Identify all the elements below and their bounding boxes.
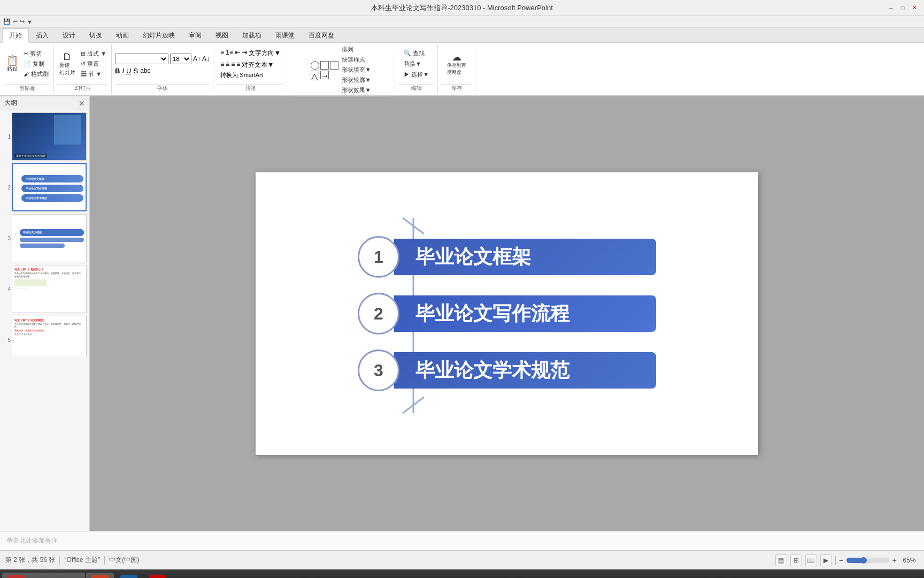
tab-transitions[interactable]: 切换 (82, 28, 109, 42)
thumb4-content: 论文（设计）包括什么？ 毕业论文写作流程分为以下几个阶段：选题阶段、开题报告、论… (12, 265, 86, 313)
close-button[interactable]: ✕ (909, 3, 920, 13)
view-slideshow-button[interactable]: ▶ (820, 554, 832, 566)
shape-oval[interactable] (311, 61, 319, 70)
cut-button[interactable]: ✂ 剪切 (22, 49, 50, 58)
shadow-button[interactable]: abc (140, 67, 150, 74)
tab-insert[interactable]: 插入 (29, 28, 56, 42)
tab-yuketang[interactable]: 雨课堂 (268, 28, 302, 42)
tab-slideshow[interactable]: 幻灯片放映 (136, 28, 182, 42)
slide-thumb-3[interactable]: 毕业论文文框架 (12, 214, 87, 262)
shape-triangle[interactable]: △ (311, 71, 319, 79)
outline-close-button[interactable]: ✕ (79, 99, 85, 108)
thumb3-bar2 (20, 244, 65, 248)
tab-review[interactable]: 审阅 (182, 28, 209, 42)
text-direction-button[interactable]: 文字方向▼ (249, 49, 281, 58)
tab-view[interactable]: 视图 (209, 28, 235, 42)
indent-decrease-button[interactable]: ⇤ (235, 49, 240, 58)
align-right-button[interactable]: ≡ (231, 60, 235, 70)
replace-button[interactable]: 替换▼ (402, 59, 423, 69)
tab-addins[interactable]: 加载项 (235, 28, 268, 42)
minimize-button[interactable]: ─ (886, 3, 896, 13)
align-justify-button[interactable]: ≡ (236, 60, 240, 70)
quick-styles-button[interactable]: 快速样式 (340, 55, 373, 64)
quick-access-dropdown[interactable]: ▼ (27, 19, 33, 25)
paragraph-buttons: ≡ 1≡ ⇤ ⇥ 文字方向▼ ≡ ≡ ≡ ≡ 对齐文本▼ 转换为 SmartAr… (220, 45, 281, 83)
thumb5-content: 论文（设计）论文的特点 在论文写作过程中需要注意以下几点：学术规范性、创新性、逻… (12, 316, 86, 356)
underline-button[interactable]: U (126, 67, 131, 75)
undo-icon[interactable]: ↩ (13, 18, 18, 25)
clipboard-label: 剪贴板 (4, 84, 50, 93)
tab-animations[interactable]: 动画 (109, 28, 136, 42)
slide-thumb-wrapper-1: 1 本科生毕业论文写作指导 (2, 112, 87, 161)
outline-button[interactable]: 形状轮廓▼ (340, 75, 373, 85)
slide-thumb-4[interactable]: 论文（设计）包括什么？ 毕业论文写作流程分为以下几个阶段：选题阶段、开题报告、论… (12, 265, 87, 313)
copy-button[interactable]: 📄 复制 (22, 59, 50, 69)
building-thumb (54, 115, 81, 144)
bullets-button[interactable]: ≡ (220, 49, 224, 58)
arrange-button[interactable]: 排列 (340, 45, 373, 54)
taskbar-screen-share[interactable]: 📸 朗朗闪闪的屏幕共享 (2, 573, 85, 578)
notes-area[interactable]: 单击此处添加备注 (0, 531, 924, 550)
shape-arrow[interactable]: → (320, 71, 329, 79)
slide-thumb-2[interactable]: 毕业论文文框架 毕业论文写作流程 毕业论文学术规范 (12, 163, 87, 211)
item-bar-1: 毕业论文框架 (394, 239, 656, 275)
indent-increase-button[interactable]: ⇥ (242, 49, 247, 58)
slide-info: 第 2 张，共 56 张 (5, 556, 55, 565)
font-size-select[interactable]: 18 (170, 54, 191, 64)
slide-thumb-1[interactable]: 本科生毕业论文写作指导 (12, 112, 87, 161)
font-family-select[interactable] (115, 54, 168, 64)
view-reading-button[interactable]: 📖 (805, 554, 817, 566)
numbering-button[interactable]: 1≡ (226, 49, 233, 58)
section-button[interactable]: ☰ 节 ▼ (79, 70, 108, 79)
save-icon[interactable]: 💾 (3, 18, 11, 25)
font-grow-button[interactable]: A↑ (193, 55, 201, 63)
tab-design[interactable]: 设计 (56, 28, 82, 42)
status-sep-3 (835, 556, 836, 565)
thumb3-title-bar: 毕业论文文框架 (20, 229, 84, 236)
convert-smartart-button[interactable]: 转换为 SmartArt (220, 71, 263, 79)
slide-thumb-5[interactable]: 论文（设计）论文的特点 在论文写作过程中需要注意以下几点：学术规范性、创新性、逻… (12, 316, 87, 356)
item-label-1: 毕业论文框架 (415, 244, 531, 270)
zoom-out-button[interactable]: − (839, 556, 843, 565)
font-shrink-button[interactable]: A↓ (202, 55, 210, 63)
layout-button[interactable]: ⊞ 版式 ▼ (79, 49, 108, 58)
taskbar-acrobat[interactable]: A (144, 573, 172, 578)
zoom-in-button[interactable]: + (892, 556, 897, 565)
find-button[interactable]: 🔍 查找 (402, 49, 426, 58)
italic-button[interactable]: I (122, 67, 124, 75)
select-button[interactable]: ▶ 选择▼ (402, 70, 430, 79)
slide-number-4: 4 (2, 286, 11, 292)
view-normal-button[interactable]: ▤ (775, 554, 787, 566)
format-painter-button[interactable]: 🖌 格式刷 (22, 70, 50, 79)
align-center-button[interactable]: ≡ (226, 60, 229, 70)
view-sorter-button[interactable]: ⊞ (790, 554, 802, 566)
status-sep-1 (59, 556, 60, 565)
taskbar-powerpoint[interactable]: P (86, 573, 114, 578)
fill-button[interactable]: 形状填充▼ (340, 65, 373, 74)
slide-thumbnails[interactable]: 1 本科生毕业论文写作指导 2 毕业论文文框架 (0, 110, 89, 356)
zoom-slider[interactable] (846, 558, 889, 563)
paste-button[interactable]: 📋 粘贴 (4, 55, 20, 74)
zoom-level[interactable]: 65% (900, 557, 919, 564)
thumb2-bar2: 毕业论文写作流程 (21, 185, 83, 192)
maximize-button[interactable]: □ (897, 3, 908, 13)
effects-button[interactable]: 形状效果▼ (340, 86, 373, 95)
reset-button[interactable]: ↺ 重置 (79, 59, 108, 69)
slide-canvas[interactable]: 1 毕业论文框架 2 毕业论文写作流程 (256, 172, 758, 455)
align-text-button[interactable]: 对齐文本▼ (242, 60, 274, 70)
new-slide-button[interactable]: 🗋 新建幻灯片 (57, 51, 78, 78)
bold-button[interactable]: B (115, 67, 120, 75)
taskbar-word[interactable]: W (115, 573, 143, 578)
save-baidu-button[interactable]: ☁ 保存到百度网盘 (445, 51, 468, 77)
slide-panel: 大纲 ✕ 1 本科生毕业论文写作指导 2 (0, 96, 90, 531)
shape-rect[interactable] (320, 61, 329, 70)
redo-icon[interactable]: ↪ (20, 18, 25, 25)
tab-baidu[interactable]: 百度网盘 (302, 28, 341, 42)
ribbon-group-edit: 🔍 查找 替换▼ ▶ 选择▼ 编辑 (395, 44, 438, 94)
shape-more[interactable] (330, 61, 338, 70)
theme-info: "Office 主题" (64, 556, 100, 565)
tab-home[interactable]: 开始 (2, 28, 29, 43)
align-left-button[interactable]: ≡ (220, 60, 224, 70)
svg-line-2 (403, 397, 424, 413)
strikethrough-button[interactable]: S (133, 67, 138, 75)
